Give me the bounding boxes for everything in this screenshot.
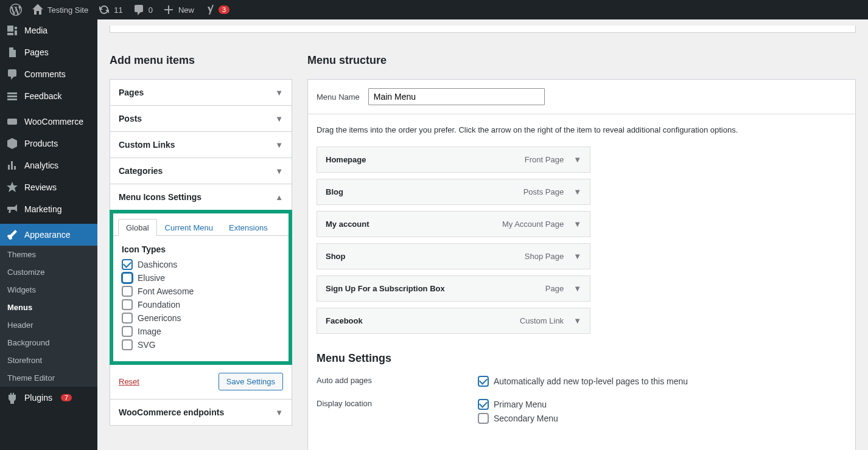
menu-item-title: Shop: [326, 252, 346, 261]
menu-settings-heading: Menu Settings: [317, 352, 847, 365]
sidebar-item-pages[interactable]: Pages: [0, 41, 97, 63]
top-panel-edge: [110, 26, 856, 33]
chevron-down-icon[interactable]: ▼: [573, 284, 581, 293]
accordion-metabox: Pages ▼ Posts ▼ Custom Links ▼ Categorie…: [110, 79, 292, 426]
box-menu-icons[interactable]: Menu Icons Settings ▲: [110, 184, 292, 210]
wordpress-icon: [10, 4, 22, 16]
checkbox-elusive[interactable]: [122, 272, 133, 283]
sub-background[interactable]: Background: [0, 334, 97, 351]
sidebar-item-reviews[interactable]: Reviews: [0, 176, 97, 198]
comment-icon: [6, 68, 18, 80]
sidebar-label: Pages: [24, 47, 49, 57]
tab-extensions[interactable]: Extensions: [221, 219, 276, 236]
checkbox-auto-add[interactable]: [478, 376, 489, 387]
menu-name-label: Menu Name: [317, 92, 360, 102]
sidebar-item-appearance[interactable]: Appearance: [0, 224, 97, 246]
svg-rect-0: [7, 119, 17, 125]
menu-item[interactable]: My accountMy Account Page▼: [317, 211, 590, 237]
plugins-count-badge: 7: [61, 394, 72, 401]
menu-name-input[interactable]: [368, 88, 545, 105]
menu-structure-heading: Menu structure: [307, 54, 856, 67]
sidebar-label: Analytics: [24, 161, 58, 170]
new-content-link[interactable]: New: [158, 0, 199, 19]
menu-item[interactable]: FacebookCustom Link▼: [317, 308, 590, 334]
menu-item[interactable]: ShopShop Page▼: [317, 243, 590, 269]
appearance-submenu: Themes Customize Widgets Menus Header Ba…: [0, 246, 97, 387]
sidebar-label: Reviews: [24, 182, 57, 192]
box-categories[interactable]: Categories ▼: [110, 158, 292, 184]
yoast-badge: 3: [219, 5, 229, 14]
checkbox-svg[interactable]: [122, 339, 133, 350]
chevron-down-icon[interactable]: ▼: [573, 316, 581, 325]
chevron-down-icon[interactable]: ▼: [573, 220, 581, 229]
media-icon: [6, 24, 18, 36]
sidebar-item-comments[interactable]: Comments: [0, 63, 97, 85]
menu-item-title: Facebook: [326, 316, 363, 325]
plus-icon: [163, 4, 175, 16]
checkbox-image[interactable]: [122, 326, 133, 337]
sub-themes[interactable]: Themes: [0, 246, 97, 263]
admin-sidebar: Media Pages Comments Feedback WooCommerc…: [0, 19, 97, 450]
star-icon: [6, 181, 18, 193]
tab-global[interactable]: Global: [118, 219, 157, 236]
sub-widgets[interactable]: Widgets: [0, 281, 97, 299]
sub-storefront[interactable]: Storefront: [0, 351, 97, 369]
checkbox-genericons[interactable]: [122, 313, 133, 324]
tab-current-menu[interactable]: Current Menu: [157, 219, 221, 236]
updates-count: 11: [114, 5, 122, 15]
main-content: Add menu items Pages ▼ Posts ▼ Custom Li…: [97, 19, 868, 450]
box-pages[interactable]: Pages ▼: [110, 80, 292, 106]
sub-customize[interactable]: Customize: [0, 263, 97, 281]
sidebar-label: Plugins: [24, 393, 52, 403]
checkbox-primary-menu[interactable]: [478, 399, 489, 410]
checkbox-foundation[interactable]: [122, 299, 133, 310]
updates-link[interactable]: 11: [93, 0, 127, 19]
wp-logo[interactable]: [5, 0, 27, 19]
menu-item[interactable]: BlogPosts Page▼: [317, 179, 590, 205]
menu-item-type: My Account Page: [502, 220, 564, 229]
chevron-down-icon: ▼: [275, 140, 283, 150]
chevron-down-icon: ▼: [275, 408, 283, 417]
menu-item-type: Shop Page: [525, 252, 564, 261]
brush-icon: [6, 229, 18, 241]
sidebar-label: WooCommerce: [24, 117, 83, 126]
checkbox-font-awesome[interactable]: [122, 286, 133, 297]
sidebar-item-marketing[interactable]: Marketing: [0, 198, 97, 220]
sidebar-label: Media: [24, 26, 47, 35]
icon-tabs: Global Current Menu Extensions: [113, 213, 289, 236]
sidebar-item-products[interactable]: Products: [0, 133, 97, 154]
save-settings-button[interactable]: Save Settings: [219, 373, 283, 390]
yoast-link[interactable]: 3: [199, 0, 234, 19]
menu-item-title: My account: [326, 220, 369, 229]
menu-settings: Menu Settings Auto add pages Automatical…: [317, 352, 847, 427]
sidebar-item-media[interactable]: Media: [0, 19, 97, 41]
sidebar-item-plugins[interactable]: Plugins 7: [0, 387, 97, 409]
analytics-icon: [6, 159, 18, 171]
sub-header[interactable]: Header: [0, 316, 97, 334]
comments-link[interactable]: 0: [128, 0, 158, 19]
box-woo-endpoints[interactable]: WooCommerce endpoints ▼: [110, 399, 292, 425]
checkbox-secondary-menu[interactable]: [478, 413, 489, 424]
sidebar-item-analytics[interactable]: Analytics: [0, 154, 97, 176]
menu-item-title: Sign Up For a Subscription Box: [326, 284, 445, 293]
woocommerce-icon: [6, 116, 18, 128]
sidebar-item-woocommerce[interactable]: WooCommerce: [0, 111, 97, 133]
sub-theme-editor[interactable]: Theme Editor: [0, 369, 97, 387]
megaphone-icon: [6, 203, 18, 215]
menu-item[interactable]: HomepageFront Page▼: [317, 147, 590, 173]
menu-item-type: Custom Link: [520, 316, 564, 325]
chevron-down-icon[interactable]: ▼: [573, 187, 581, 196]
box-posts[interactable]: Posts ▼: [110, 106, 292, 132]
chevron-down-icon[interactable]: ▼: [573, 252, 581, 261]
sub-menus[interactable]: Menus: [0, 299, 97, 316]
chevron-down-icon[interactable]: ▼: [573, 155, 581, 164]
checkbox-dashicons[interactable]: [122, 259, 133, 270]
menu-item[interactable]: Sign Up For a Subscription BoxPage▼: [317, 275, 590, 302]
sidebar-label: Appearance: [24, 230, 71, 240]
add-items-heading: Add menu items: [110, 54, 292, 67]
sidebar-item-feedback[interactable]: Feedback: [0, 85, 97, 107]
site-name-link[interactable]: Testing Site: [27, 0, 93, 19]
display-location-label: Display location: [317, 399, 478, 427]
reset-link[interactable]: Reset: [119, 377, 139, 386]
box-custom-links[interactable]: Custom Links ▼: [110, 132, 292, 158]
